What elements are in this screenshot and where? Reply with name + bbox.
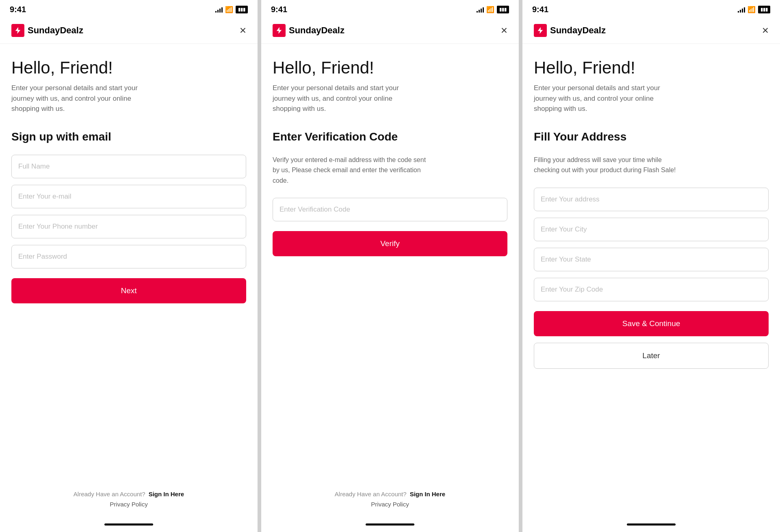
footer-prompt-2: Already Have an Account? — [335, 491, 407, 497]
logo-2: SundayDealz — [273, 24, 344, 37]
footer-prompt-1: Already Have an Account? — [74, 491, 145, 497]
app-header-3: SundayDealz × — [522, 17, 780, 44]
logo-icon-2 — [273, 24, 286, 37]
footer-row-1: Already Have an Account? Sign In Here — [11, 491, 246, 497]
divider-1 — [258, 0, 261, 532]
hello-subtitle-2: Enter your personal details and start yo… — [273, 83, 419, 114]
content-3: Hello, Friend! Enter your personal detai… — [522, 44, 780, 519]
app-header-2: SundayDealz × — [261, 17, 519, 44]
section-subtitle-2: Verify your entered e-mail address with … — [273, 155, 427, 186]
home-indicator-1 — [0, 519, 258, 532]
screens-container: 9:41 📶 ▮▮▮ SundayDealz — [0, 0, 780, 532]
section-title-1: Sign up with email — [11, 130, 246, 143]
bolt-icon-3 — [536, 26, 544, 35]
wifi-icon-2: 📶 — [486, 6, 494, 13]
footer-policy-row-1: Privacy Policy — [11, 501, 246, 508]
status-bar-3: 9:41 📶 ▮▮▮ — [522, 0, 780, 17]
logo-1: SundayDealz — [11, 24, 83, 37]
screen-verification: 9:41 📶 ▮▮▮ SundayDealz — [261, 0, 519, 532]
logo-icon-1 — [11, 24, 24, 37]
bolt-icon-1 — [14, 26, 22, 35]
bolt-icon-2 — [275, 26, 283, 35]
screen-address: 9:41 📶 ▮▮▮ SundayDealz — [522, 0, 780, 532]
section-subtitle-3: Filling your address will save your time… — [534, 155, 688, 175]
status-icons-2: 📶 ▮▮▮ — [477, 6, 509, 13]
logo-icon-3 — [534, 24, 547, 37]
logo-text-3: SundayDealz — [550, 25, 606, 36]
status-time-3: 9:41 — [532, 5, 548, 14]
password-input[interactable] — [11, 245, 246, 268]
status-time-1: 9:41 — [10, 5, 26, 14]
content-2: Hello, Friend! Enter your personal detai… — [261, 44, 519, 482]
sign-in-link-2[interactable]: Sign In Here — [410, 491, 446, 497]
hello-subtitle-3: Enter your personal details and start yo… — [534, 83, 680, 114]
signal-icon-3 — [738, 7, 745, 13]
close-button-3[interactable]: × — [762, 25, 769, 36]
status-icons-1: 📶 ▮▮▮ — [215, 6, 248, 13]
status-icons-3: 📶 ▮▮▮ — [738, 6, 770, 13]
logo-text-1: SundayDealz — [28, 25, 83, 36]
battery-icon-3: ▮▮▮ — [758, 6, 770, 13]
hello-subtitle-1: Enter your personal details and start yo… — [11, 83, 158, 114]
state-input[interactable] — [534, 248, 769, 271]
next-button[interactable]: Next — [11, 278, 246, 303]
zip-input[interactable] — [534, 278, 769, 301]
home-bar-2 — [366, 523, 414, 526]
status-time-2: 9:41 — [271, 5, 287, 14]
status-bar-1: 9:41 📶 ▮▮▮ — [0, 0, 258, 17]
home-indicator-2 — [261, 519, 519, 532]
screen-signup: 9:41 📶 ▮▮▮ SundayDealz — [0, 0, 258, 532]
footer-1: Already Have an Account? Sign In Here Pr… — [0, 482, 258, 519]
full-name-input[interactable] — [11, 155, 246, 178]
home-indicator-3 — [522, 519, 780, 532]
logo-text-2: SundayDealz — [289, 25, 344, 36]
app-header-1: SundayDealz × — [0, 17, 258, 44]
wifi-icon-1: 📶 — [225, 6, 233, 13]
city-input[interactable] — [534, 218, 769, 241]
address-input[interactable] — [534, 188, 769, 211]
battery-icon-1: ▮▮▮ — [236, 6, 248, 13]
signal-icon-1 — [215, 7, 223, 13]
phone-input[interactable] — [11, 215, 246, 238]
close-button-1[interactable]: × — [240, 25, 246, 36]
sign-in-link-1[interactable]: Sign In Here — [149, 491, 184, 497]
footer-row-2: Already Have an Account? Sign In Here — [273, 491, 507, 497]
email-input[interactable] — [11, 185, 246, 208]
logo-3: SundayDealz — [534, 24, 606, 37]
wifi-icon-3: 📶 — [748, 6, 756, 13]
verification-code-input[interactable] — [273, 198, 507, 221]
home-bar-3 — [627, 523, 676, 526]
footer-2: Already Have an Account? Sign In Here Pr… — [261, 482, 519, 519]
verify-button[interactable]: Verify — [273, 231, 507, 256]
save-continue-button[interactable]: Save & Continue — [534, 311, 769, 336]
content-1: Hello, Friend! Enter your personal detai… — [0, 44, 258, 482]
hello-title-2: Hello, Friend! — [273, 58, 507, 77]
hello-title-3: Hello, Friend! — [534, 58, 769, 77]
close-button-2[interactable]: × — [501, 25, 507, 36]
hello-title-1: Hello, Friend! — [11, 58, 246, 77]
later-button[interactable]: Later — [534, 343, 769, 369]
signal-icon-2 — [477, 7, 484, 13]
privacy-policy-link-1[interactable]: Privacy Policy — [110, 501, 147, 508]
home-bar-1 — [104, 523, 153, 526]
battery-icon-2: ▮▮▮ — [497, 6, 509, 13]
privacy-policy-link-2[interactable]: Privacy Policy — [371, 501, 409, 508]
section-title-3: Fill Your Address — [534, 130, 769, 143]
section-title-2: Enter Verification Code — [273, 130, 507, 143]
footer-policy-row-2: Privacy Policy — [273, 501, 507, 508]
divider-2 — [519, 0, 522, 532]
status-bar-2: 9:41 📶 ▮▮▮ — [261, 0, 519, 17]
